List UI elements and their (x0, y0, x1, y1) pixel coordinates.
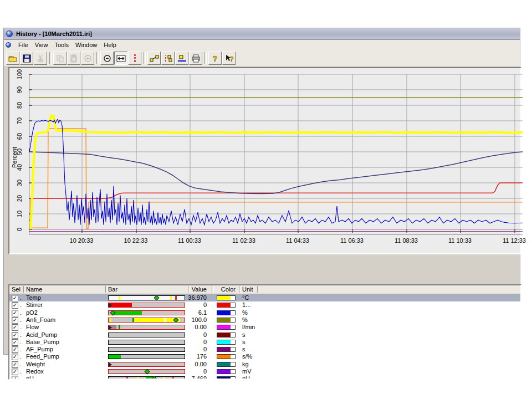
color-swatch (217, 347, 236, 352)
line-markers-button[interactable] (147, 52, 161, 65)
series-ph-navy (29, 152, 523, 194)
row-marker: . (20, 339, 22, 345)
color-swatch (217, 325, 236, 330)
row-checkbox[interactable]: ✓ (12, 339, 18, 346)
swatch-color (217, 340, 231, 344)
row-marker: . (20, 309, 22, 316)
table-row-stirrer[interactable]: ✓.Stirrer01... (9, 301, 520, 309)
zoom-out-button[interactable] (100, 52, 114, 65)
title-bar[interactable]: History - [10March2011.iri] (4, 28, 520, 40)
chart-panel: Percent 0102030405060708090100 10 20:331… (8, 67, 521, 254)
menu-item-help[interactable]: Help (100, 40, 120, 49)
cut-icon (37, 54, 44, 63)
table-row-base_pump[interactable]: ✓.Base_Pump0s (9, 339, 520, 346)
toolbar: ?? (4, 50, 520, 67)
row-checkbox[interactable]: ✓ (12, 324, 18, 331)
document-icon[interactable] (6, 42, 11, 48)
zoom-in-icon (84, 54, 92, 63)
row-checkbox[interactable]: ✓ (12, 332, 18, 339)
param-name: Anfi_Foam (26, 316, 55, 323)
x-tick-label: 11 08:33 (389, 237, 423, 244)
row-checkbox[interactable]: ✓ (12, 310, 18, 316)
open-file-button[interactable] (6, 52, 19, 65)
menu-item-window[interactable]: Window (72, 40, 100, 49)
row-checkbox[interactable]: ✓ (12, 346, 18, 353)
print-icon (191, 54, 201, 63)
row-checkbox[interactable]: ✓ (12, 376, 18, 380)
paste-button[interactable] (67, 52, 80, 65)
color-swatch (217, 318, 236, 323)
row-checkbox[interactable]: ✓ (12, 354, 18, 360)
row-checkbox[interactable]: ✓ (12, 317, 18, 324)
y-axis-label: 70 (16, 114, 23, 127)
table-row-temp[interactable]: ✓.Temp36.970°C (9, 294, 520, 301)
help-button[interactable]: ? (208, 52, 222, 65)
x-tick-label: 10 20:33 (64, 237, 99, 244)
param-name: Flow (26, 324, 39, 330)
table-row-flow[interactable]: ✓.Flow0.00l/min (9, 324, 520, 331)
row-checkbox[interactable]: ✓ (12, 369, 18, 375)
row-marker: . (20, 331, 22, 338)
app-icon (6, 30, 13, 37)
table-row-acid_pump[interactable]: ✓.Acid_Pump0s (9, 331, 520, 339)
row-checkbox[interactable]: ✓ (12, 295, 18, 301)
row-checkbox[interactable]: ✓ (12, 302, 18, 309)
row-marker: . (20, 368, 22, 375)
open-file-icon (8, 54, 18, 63)
cursor-line-button[interactable] (128, 52, 141, 65)
param-unit: s/% (242, 353, 252, 360)
bar-tick (137, 377, 139, 380)
param-unit: s (242, 331, 245, 338)
param-unit: mV (242, 368, 252, 375)
markers-dashed-button[interactable] (161, 52, 175, 65)
copy-button[interactable] (53, 52, 66, 65)
header-name[interactable]: Name (26, 286, 42, 293)
param-unit: °C (242, 294, 249, 301)
header-bar[interactable]: Bar (108, 286, 117, 293)
param-unit: s (242, 346, 245, 352)
param-value: 0 (170, 368, 207, 375)
table-row-anfi_foam[interactable]: ✓.Anfi_Foam100.0% (9, 316, 520, 324)
x-tick-label: 11 06:33 (335, 237, 369, 244)
swatch-color (217, 325, 231, 329)
y-axis-label: 0 (16, 223, 23, 236)
header-value[interactable]: Value (173, 286, 207, 293)
param-name: Weight (26, 361, 45, 367)
swatch-color (217, 296, 231, 300)
table-row-redox[interactable]: ✓.Redox0mV (9, 368, 520, 375)
table-row-po2[interactable]: ✓.pO26.1% (9, 309, 520, 316)
fit-width-icon (116, 55, 126, 62)
swatch-color (217, 377, 231, 380)
bar-tick (119, 325, 120, 329)
menu-item-file[interactable]: File (15, 40, 32, 49)
print-button[interactable] (189, 52, 202, 65)
param-name: pO2 (26, 309, 38, 316)
save-button[interactable] (20, 52, 33, 65)
row-checkbox[interactable]: ✓ (12, 361, 18, 368)
cut-button[interactable] (34, 52, 47, 65)
context-help-icon: ? (224, 54, 234, 63)
table-row-ph[interactable]: ✓.pH7.469pH (9, 375, 520, 380)
window-title: History - [10March2011.iri] (16, 30, 92, 37)
row-marker: . (20, 324, 22, 330)
menu-item-tools[interactable]: Tools (51, 40, 72, 49)
color-swatch (217, 362, 236, 367)
y-axis-label: 60 (16, 130, 23, 143)
line-markers-icon (150, 54, 159, 63)
zoom-in-button[interactable] (81, 52, 94, 65)
table-row-af_pump[interactable]: ✓.AF_Pump0s (9, 346, 520, 353)
header-sel[interactable]: Sel (12, 286, 21, 293)
header-unit[interactable]: Unit (242, 286, 253, 293)
bar-tick (163, 377, 165, 380)
chart-plot[interactable] (29, 74, 523, 234)
table-row-weight[interactable]: ✓.Weight0.00kg (9, 361, 520, 368)
swatch-color (217, 362, 231, 366)
param-unit: % (242, 309, 248, 316)
table-row-feed_pump[interactable]: ✓.Feed_Pump176s/% (9, 353, 520, 360)
menu-item-view[interactable]: View (32, 40, 52, 49)
marker-baseline-button[interactable] (175, 52, 188, 65)
y-axis-label: 30 (16, 176, 23, 190)
bar-tick (164, 318, 166, 322)
context-help-button[interactable]: ? (222, 52, 236, 65)
fit-width-button[interactable] (114, 52, 127, 65)
